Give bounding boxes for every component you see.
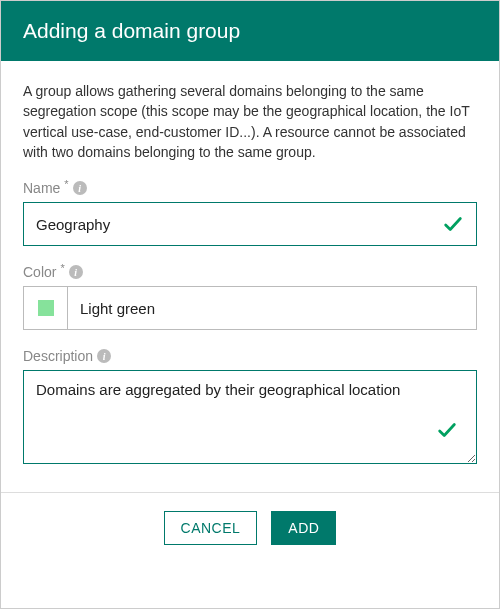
color-value: Light green xyxy=(68,287,476,329)
color-swatch-box xyxy=(24,287,68,329)
check-icon xyxy=(436,419,458,441)
info-icon[interactable]: i xyxy=(97,349,111,363)
cancel-button[interactable]: CANCEL xyxy=(164,511,258,545)
field-color: Color* i Light green xyxy=(23,264,477,330)
check-icon xyxy=(442,213,464,235)
name-input-wrap xyxy=(23,202,477,246)
name-label-row: Name* i xyxy=(23,180,477,196)
required-asterisk: * xyxy=(64,178,68,190)
description-input[interactable] xyxy=(24,371,476,463)
info-icon[interactable]: i xyxy=(73,181,87,195)
name-label: Name xyxy=(23,180,60,196)
dialog-footer: CANCEL ADD xyxy=(1,492,499,563)
color-label: Color xyxy=(23,264,56,280)
color-input[interactable]: Light green xyxy=(23,286,477,330)
intro-text: A group allows gathering several domains… xyxy=(23,81,477,162)
color-label-row: Color* i xyxy=(23,264,477,280)
dialog-title: Adding a domain group xyxy=(23,19,240,42)
field-description: Description i xyxy=(23,348,477,464)
name-input[interactable] xyxy=(36,216,442,233)
info-icon[interactable]: i xyxy=(69,265,83,279)
description-label-row: Description i xyxy=(23,348,477,364)
dialog-content: A group allows gathering several domains… xyxy=(1,61,499,492)
add-button[interactable]: ADD xyxy=(271,511,336,545)
dialog-header: Adding a domain group xyxy=(1,1,499,61)
required-asterisk: * xyxy=(60,262,64,274)
field-name: Name* i xyxy=(23,180,477,246)
color-swatch xyxy=(38,300,54,316)
description-label: Description xyxy=(23,348,93,364)
description-wrap xyxy=(23,370,477,464)
